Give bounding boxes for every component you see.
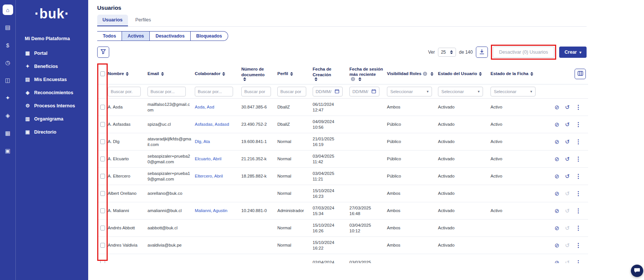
filter-activos[interactable]: Activos (122, 31, 150, 41)
sidebar-item-portal[interactable]: ▦ Portal (16, 47, 88, 60)
column-header-fecha-sesion[interactable]: Fecha de sesión más reciente i (349, 66, 387, 81)
colaborador-link[interactable]: Asda, Asd (195, 105, 214, 109)
calendar-icon[interactable] (372, 88, 376, 95)
rail-icon-tasks[interactable]: ▤ (3, 22, 13, 33)
reset-password-icon[interactable]: ↺ (565, 191, 570, 196)
rail-icon-performance[interactable]: ◫ (3, 75, 13, 86)
column-header-visibilidad[interactable]: Visibilidad Roles i (387, 71, 438, 76)
sidebar-item-mis-encuestas[interactable]: ▤ Mis Encuestas (16, 73, 88, 86)
reset-password-icon[interactable]: ↺ (565, 104, 570, 110)
row-checkbox[interactable] (100, 243, 105, 248)
filter-email-input[interactable] (147, 87, 186, 96)
export-button[interactable] (476, 47, 488, 58)
sidebar-item-directorio[interactable]: ▣ Directorio (16, 125, 88, 138)
tab-perfiles[interactable]: Perfiles (130, 15, 156, 26)
reset-password-icon[interactable]: ↺ (565, 225, 570, 231)
colaborador-link[interactable]: Eltercero, Abril (195, 174, 223, 178)
rail-icon-home[interactable]: ⌂ (3, 5, 13, 15)
row-checkbox[interactable] (100, 105, 105, 110)
deactivate-user-icon[interactable]: ⊘ (555, 191, 560, 196)
info-icon[interactable]: i (351, 77, 355, 81)
row-checkbox[interactable] (100, 226, 105, 230)
info-icon[interactable]: i (423, 72, 427, 76)
rail-icon-benefits[interactable]: ✦ (3, 93, 13, 103)
row-menu-icon[interactable]: ⋮ (575, 173, 581, 179)
column-header-estado-ficha[interactable]: Estado de la Ficha (491, 71, 543, 76)
reset-password-icon[interactable]: ↺ (565, 242, 570, 248)
filter-todos[interactable]: Todos (97, 31, 122, 41)
row-checkbox[interactable] (100, 157, 105, 161)
filter-bloqueados[interactable]: Bloqueados (191, 31, 228, 41)
column-header-perfil[interactable]: Perfil (277, 71, 313, 76)
row-checkbox[interactable] (100, 191, 105, 196)
filter-desactivados[interactable]: Desactivados (150, 31, 190, 41)
chat-bubble-button[interactable] (631, 265, 643, 277)
colaborador-link[interactable]: Elcuarto, Abril (195, 157, 221, 161)
filter-button[interactable] (97, 47, 109, 58)
reset-password-icon[interactable]: ↺ (565, 156, 570, 162)
rail-icon-education[interactable]: ◈ (3, 110, 13, 121)
row-menu-icon[interactable]: ⋮ (575, 242, 581, 248)
page-size-select[interactable]: 25 (438, 48, 456, 57)
row-menu-icon[interactable]: ⋮ (575, 225, 581, 231)
rail-icon-time[interactable]: ◷ (3, 57, 13, 68)
sidebar-item-reconocimientos[interactable]: ◈ Reconocimientos (16, 86, 88, 99)
date-input[interactable] (316, 87, 334, 96)
filter-fecha-creacion-input[interactable] (313, 87, 343, 96)
filter-visibilidad-select[interactable]: Seleccionar ▾ (387, 87, 432, 96)
row-menu-icon[interactable]: ⋮ (575, 122, 581, 128)
column-header-nombre[interactable]: Nombre (108, 71, 147, 76)
colaborador-link[interactable]: Dlg, Ata (195, 139, 210, 144)
select-all-checkbox[interactable] (100, 71, 105, 76)
row-menu-icon[interactable]: ⋮ (575, 104, 581, 110)
row-menu-icon[interactable]: ⋮ (575, 156, 581, 162)
sidebar-item-beneficios[interactable]: ✦ Beneficios (16, 60, 88, 73)
filter-perfil-input[interactable] (277, 87, 306, 96)
deactivate-user-icon[interactable]: ⊘ (555, 139, 560, 145)
deactivate-user-icon[interactable]: ⊘ (555, 225, 560, 231)
date-input[interactable] (352, 87, 370, 96)
filter-colaborador-input[interactable] (195, 87, 233, 96)
colaborador-link[interactable]: Asfasdas, Asdasd (195, 122, 229, 126)
row-checkbox[interactable] (100, 139, 105, 144)
rail-icon-documents[interactable]: ▦ (3, 128, 13, 138)
filter-estado-usuario-select[interactable]: Seleccionar ▾ (438, 87, 483, 96)
deactivate-user-icon[interactable]: ⊘ (555, 260, 560, 263)
deactivate-user-icon[interactable]: ⊘ (555, 208, 560, 214)
deactivate-user-icon[interactable]: ⊘ (555, 173, 560, 179)
column-header-documento[interactable]: Número de documento (241, 66, 277, 81)
filter-nombre-input[interactable] (108, 87, 141, 96)
reset-password-icon[interactable]: ↺ (565, 139, 570, 145)
column-header-email[interactable]: Email (147, 71, 195, 76)
row-checkbox[interactable] (100, 122, 105, 127)
filter-fecha-sesion-input[interactable] (349, 87, 379, 96)
row-checkbox[interactable] (100, 174, 105, 179)
column-settings-button[interactable] (575, 69, 586, 79)
filter-documento-input[interactable] (241, 87, 271, 96)
column-header-colaborador[interactable]: Colaborador (195, 71, 241, 76)
reset-password-icon[interactable]: ↺ (565, 173, 570, 179)
filter-estado-ficha-select[interactable]: Seleccionar ▾ (491, 87, 536, 96)
sidebar-item-procesos-internos[interactable]: ⚙ Procesos Internos (16, 99, 88, 112)
row-checkbox[interactable] (100, 208, 105, 213)
column-header-fecha-creacion[interactable]: Fecha de Creación (313, 66, 349, 81)
sidebar-item-organigrama[interactable]: ▥ Organigrama (16, 112, 88, 125)
deactivate-user-icon[interactable]: ⊘ (555, 104, 560, 110)
row-menu-icon[interactable]: ⋮ (575, 139, 581, 145)
create-button[interactable]: Crear ▾ (559, 47, 587, 58)
deactivate-user-icon[interactable]: ⊘ (555, 156, 560, 162)
deactivate-user-icon[interactable]: ⊘ (555, 122, 560, 127)
deactivate-user-icon[interactable]: ⊘ (555, 242, 560, 248)
reset-password-icon[interactable]: ↺ (565, 122, 570, 127)
colaborador-link[interactable]: Malianni, Agustin (195, 208, 227, 213)
calendar-icon[interactable] (335, 88, 339, 95)
column-header-estado-usuario[interactable]: Estado del Usuario (438, 71, 491, 76)
buk-logo[interactable]: ·buk· (16, 6, 88, 22)
reset-password-icon[interactable]: ↺ (565, 260, 570, 263)
deactivate-users-button[interactable]: Desactivar (0) Usuarios (493, 47, 555, 58)
rail-icon-money[interactable]: $ (3, 40, 13, 50)
row-menu-icon[interactable]: ⋮ (575, 260, 581, 263)
tab-usuarios[interactable]: Usuarios (97, 15, 128, 26)
row-menu-icon[interactable]: ⋮ (575, 191, 581, 197)
rail-icon-archive[interactable]: ▣ (3, 146, 13, 156)
